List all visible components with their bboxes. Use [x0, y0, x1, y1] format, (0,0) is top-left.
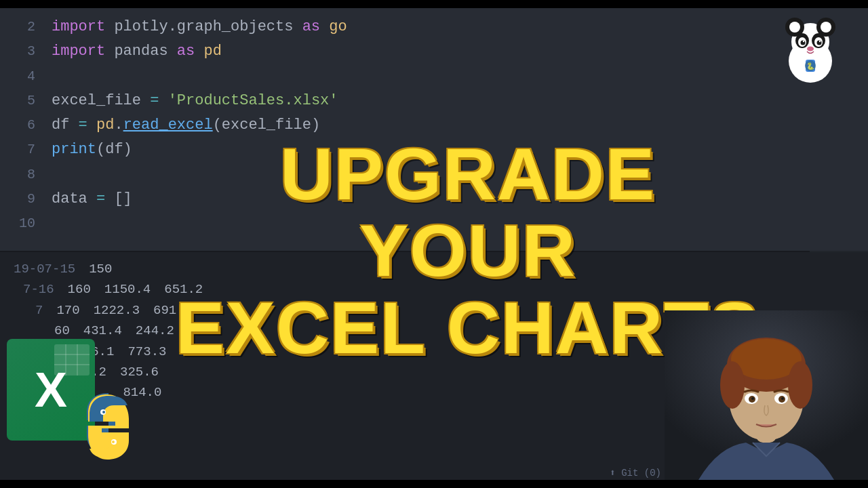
code-content-3: import pandas as pd	[52, 39, 222, 64]
logos-area: X	[7, 325, 149, 468]
svg-point-22	[819, 41, 821, 42]
excel-x-label: X	[35, 362, 67, 418]
terminal-line-2: 7-16 160 1150.4 651.2	[14, 279, 868, 300]
line-num-7: 7	[14, 138, 35, 161]
code-content-8	[52, 163, 60, 187]
code-content-5: excel_file = 'ProductSales.xlsx'	[52, 89, 338, 113]
line-num-9: 9	[14, 188, 35, 210]
svg-point-39	[751, 397, 754, 400]
svg-point-21	[803, 41, 804, 42]
code-content-4	[52, 64, 60, 89]
line-num-2: 2	[14, 16, 35, 38]
line-num-6: 6	[14, 114, 35, 136]
code-line-4: 4	[14, 64, 868, 89]
svg-point-14	[821, 22, 831, 33]
svg-point-8	[112, 441, 115, 443]
svg-point-13	[789, 22, 800, 33]
code-line-5: 5 excel_file = 'ProductSales.xlsx'	[14, 89, 868, 113]
code-line-8: 8	[14, 163, 868, 187]
line-num-3: 3	[14, 40, 35, 62]
svg-point-33	[720, 361, 745, 409]
panda-avatar: 🐍	[773, 14, 848, 88]
webcam	[665, 310, 868, 480]
code-content-2: import plotly.graph_objects as go	[52, 15, 347, 39]
line-num-8: 8	[14, 163, 35, 186]
svg-point-23	[807, 47, 814, 52]
svg-text:🐍: 🐍	[806, 62, 815, 70]
line-num-10: 10	[14, 212, 35, 235]
python-logo	[68, 386, 149, 468]
code-line-10: 10	[14, 211, 868, 236]
line-num-5: 5	[14, 89, 35, 112]
code-content-7: print(df)	[52, 138, 132, 162]
svg-point-6	[102, 411, 105, 413]
code-line-6: 6 df = pd.read_excel(excel_file)	[14, 113, 868, 138]
code-content-6: df = pd.read_excel(excel_file)	[52, 113, 320, 138]
person-silhouette	[665, 310, 868, 480]
line-num-4: 4	[14, 65, 35, 87]
bottom-bar	[0, 480, 868, 488]
git-status: ⬆ Git (0)	[610, 467, 661, 479]
thumbnail: 2 import plotly.graph_objects as go 3 im…	[0, 0, 868, 488]
top-bar	[0, 0, 868, 8]
terminal-line-1: 19-07-15 150	[14, 259, 868, 279]
svg-point-34	[788, 361, 812, 409]
svg-point-40	[781, 397, 784, 400]
code-content-9: data = []	[52, 187, 132, 211]
code-content-10	[52, 211, 60, 236]
code-editor: 2 import plotly.graph_objects as go 3 im…	[0, 8, 868, 252]
code-line-9: 9 data = []	[14, 187, 868, 211]
code-line-2: 2 import plotly.graph_objects as go	[14, 15, 868, 39]
code-line-7: 7 print(df)	[14, 138, 868, 162]
code-line-3: 3 import pandas as pd	[14, 39, 868, 64]
